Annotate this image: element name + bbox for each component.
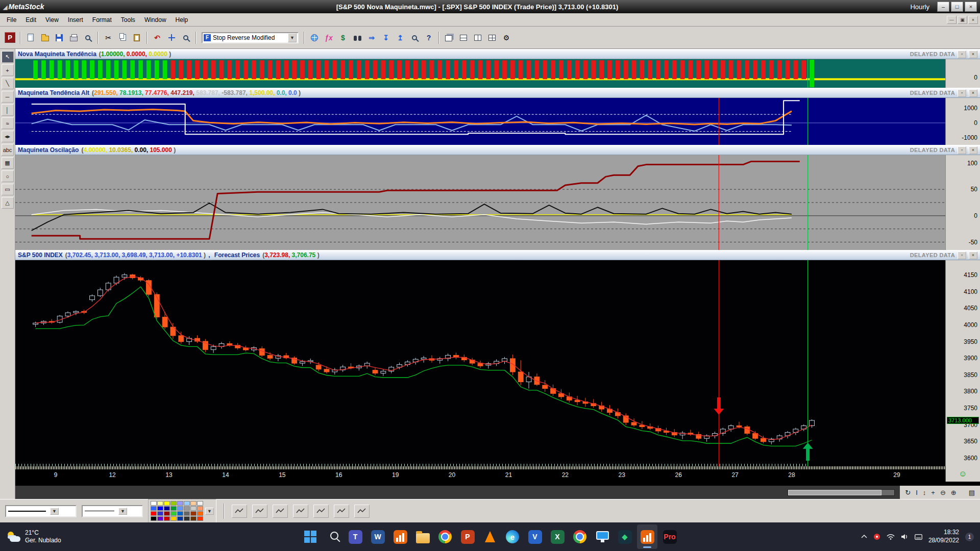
panel-header[interactable]: Maquineta Oscilação (4.00000, 10.0365, 0… <box>15 145 980 155</box>
zoom-preset-5-button[interactable] <box>313 505 329 518</box>
palette-color[interactable] <box>157 501 163 506</box>
taskbar-visual-studio[interactable]: V <box>525 524 545 549</box>
palette-color[interactable] <box>151 506 157 511</box>
refresh-icon[interactable]: ↻ <box>905 489 911 496</box>
taskbar-file-explorer[interactable] <box>412 524 433 549</box>
taskbar-metastock[interactable] <box>390 524 410 549</box>
scroll-buttons[interactable]: ◂▸ <box>2 131 14 142</box>
tendencia-alt-scale[interactable]: 10000-1000 <box>945 98 980 145</box>
system-tester-button[interactable]: $ <box>336 31 350 44</box>
new-chart-button[interactable] <box>24 31 37 44</box>
tendencia-alt-plot[interactable] <box>15 98 945 145</box>
print-button[interactable] <box>67 31 80 44</box>
chevron-down-icon[interactable]: ▼ <box>118 508 127 515</box>
oscilacao-scale[interactable]: 100500-50 <box>945 155 980 250</box>
trendline-tool[interactable]: ╲ <box>2 78 14 89</box>
explorer-button[interactable] <box>351 31 364 44</box>
panel-header[interactable]: Maquineta Tendência Alt (291.550, 78.191… <box>15 88 980 98</box>
palette-color[interactable] <box>151 511 157 516</box>
horizontal-line-tool[interactable]: ─ <box>2 91 14 103</box>
palette-color[interactable] <box>184 511 190 516</box>
taskbar-metastock-pro[interactable]: Pro <box>659 524 680 549</box>
palette-color[interactable] <box>184 501 190 506</box>
tendencia-scale[interactable]: 0 <box>945 59 980 88</box>
keyboard-icon[interactable] <box>915 534 922 540</box>
crosshair-tool[interactable]: + <box>2 64 14 76</box>
horizontal-scrollbar[interactable] <box>788 489 895 496</box>
taskbar-start[interactable] <box>300 524 321 549</box>
weather-widget[interactable]: 21°C Ger. Nublado <box>0 529 68 544</box>
palette-color[interactable] <box>190 511 197 516</box>
zoom-out-icon[interactable]: ⊖ <box>940 489 946 496</box>
taskbar-browser[interactable] <box>570 524 590 549</box>
undo-button[interactable]: ↶ <box>151 31 164 44</box>
smiley-status-icon[interactable]: ☺ <box>959 469 967 479</box>
panel-header[interactable]: S&P 500 INDEX (3,702.45, 3,713.00, 3,698… <box>15 250 980 260</box>
options-button[interactable]: ⚙ <box>500 31 513 44</box>
palette-color[interactable] <box>157 506 163 511</box>
indicator-quicklist-button[interactable] <box>308 31 321 44</box>
expert-advisor-button[interactable]: ƒx <box>322 31 335 44</box>
palette-color[interactable] <box>164 511 170 516</box>
menu-window[interactable]: Window <box>140 15 171 25</box>
palette-color[interactable] <box>157 516 163 521</box>
zoom-in-icon[interactable]: ⊕ <box>951 489 957 496</box>
taskbar-excel[interactable]: X <box>547 524 568 549</box>
palette-color[interactable] <box>197 501 203 506</box>
palette-color[interactable] <box>151 516 157 521</box>
copy-button[interactable] <box>116 31 129 44</box>
chevron-down-icon[interactable]: ▼ <box>50 508 59 515</box>
line-weight-select[interactable]: ▼ <box>82 505 143 517</box>
x-axis[interactable]: 91213141516192021222326272829 <box>15 466 945 482</box>
tendencia-plot[interactable] <box>15 59 945 88</box>
palette-color[interactable] <box>190 506 197 511</box>
panel-close-button[interactable]: × <box>969 252 977 259</box>
vertical-fit-icon[interactable]: ↕ <box>923 489 926 496</box>
zoom-preset-7-button[interactable] <box>354 505 370 518</box>
open-button[interactable] <box>38 31 52 44</box>
palette-color[interactable] <box>164 501 170 506</box>
scrollbar-thumb[interactable] <box>788 490 881 495</box>
chevron-down-icon[interactable]: ▼ <box>288 33 297 42</box>
palette-color[interactable] <box>170 506 177 511</box>
minimize-button[interactable]: – <box>937 2 949 12</box>
rectangle-tool[interactable]: ▭ <box>2 184 14 195</box>
palette-color[interactable] <box>190 501 197 506</box>
zoom-tool-button[interactable] <box>179 31 192 44</box>
palette-color[interactable] <box>197 511 203 516</box>
menu-format[interactable]: Format <box>88 15 116 25</box>
panel-restore-button[interactable]: ▫ <box>958 252 966 259</box>
taskbar-clock[interactable]: 18:32 28/09/2022 <box>928 529 959 544</box>
taskbar-search[interactable] <box>323 524 343 549</box>
palette-color[interactable] <box>184 516 190 521</box>
chevron-down-icon[interactable]: ▼ <box>205 508 214 515</box>
panel-close-button[interactable]: × <box>969 89 977 97</box>
menu-tools[interactable]: Tools <box>116 15 140 25</box>
panel-close-button[interactable]: × <box>969 146 977 154</box>
paste-button[interactable] <box>130 31 143 44</box>
oscilacao-plot[interactable] <box>15 155 945 250</box>
chart-wizard-button[interactable] <box>408 31 421 44</box>
zoom-preset-3-button[interactable] <box>273 505 288 518</box>
mdi-minimize-button[interactable]: — <box>947 16 957 24</box>
cut-button[interactable]: ✂ <box>102 31 115 44</box>
favorites-dropdown[interactable]: F Stop Reverse Modified ▼ <box>202 32 299 43</box>
palette-color[interactable] <box>151 501 157 506</box>
menu-edit[interactable]: Edit <box>21 15 41 25</box>
palette-color[interactable] <box>177 501 183 506</box>
panel-header[interactable]: Nova Maquineta Tendência (1.00000, 0.000… <box>15 49 980 59</box>
vertical-line-tool[interactable]: │ <box>2 104 14 116</box>
zoom-preset-4-button[interactable] <box>293 505 308 518</box>
mdi-close-button[interactable]: × <box>968 16 978 24</box>
uploader-button[interactable]: ↥ <box>394 31 407 44</box>
antivirus-tray-icon[interactable] <box>873 533 880 540</box>
taskbar-metastock-active[interactable] <box>637 524 657 549</box>
pointer-tool[interactable]: ↖ <box>2 51 14 63</box>
curve-tool[interactable]: ≈ <box>2 117 14 129</box>
maximize-button[interactable]: □ <box>951 2 963 12</box>
downloader-button[interactable]: ↧ <box>379 31 393 44</box>
tile-vertical-button[interactable] <box>471 31 484 44</box>
zoom-preset-6-button[interactable] <box>334 505 349 518</box>
metastock-chart-icon[interactable]: P <box>5 32 15 43</box>
print-preview-button[interactable] <box>81 31 94 44</box>
